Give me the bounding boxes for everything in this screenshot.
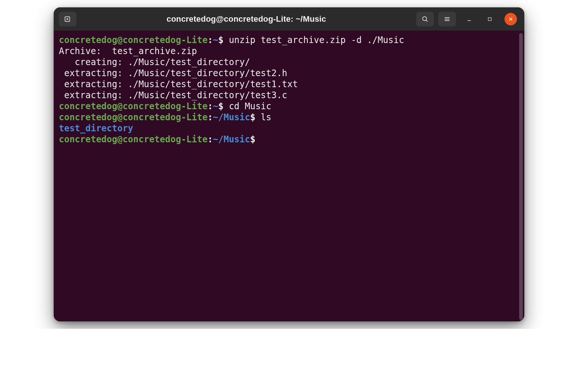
minimize-button[interactable] — [463, 13, 475, 25]
terminal-content: concretedog@concretedog-Lite:~$ unzip te… — [59, 35, 519, 145]
terminal-window: concretedog@concretedog-Lite: ~/Music — [54, 7, 524, 321]
new-tab-button[interactable] — [59, 12, 76, 26]
maximize-button[interactable] — [484, 13, 496, 25]
terminal-viewport[interactable]: concretedog@concretedog-Lite:~$ unzip te… — [54, 31, 524, 321]
svg-point-3 — [422, 17, 427, 21]
svg-rect-9 — [488, 17, 491, 20]
svg-line-4 — [426, 20, 428, 21]
window-title: concretedog@concretedog-Lite: ~/Music — [81, 14, 412, 24]
close-button[interactable] — [504, 13, 517, 25]
window-controls — [460, 13, 519, 25]
titlebar: concretedog@concretedog-Lite: ~/Music — [54, 7, 524, 31]
menu-button[interactable] — [438, 12, 456, 26]
search-button[interactable] — [416, 12, 434, 26]
scrollbar[interactable] — [519, 33, 523, 320]
